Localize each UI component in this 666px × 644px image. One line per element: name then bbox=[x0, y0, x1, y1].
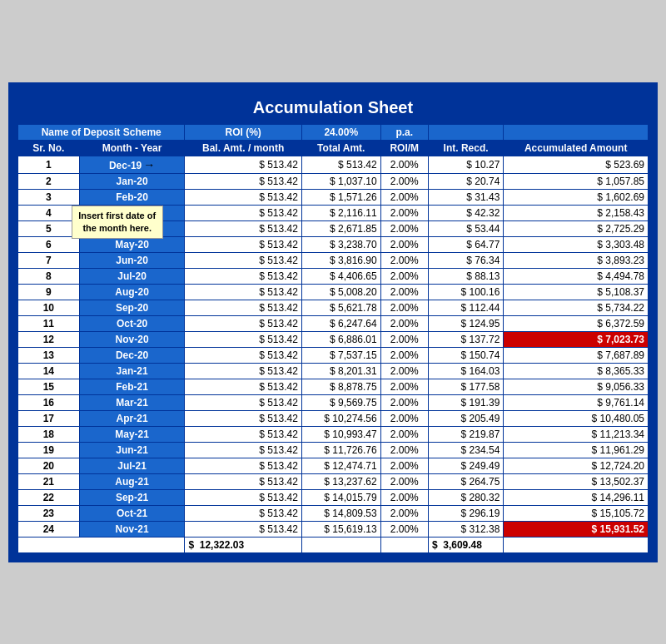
cell-roi: 2.00% bbox=[380, 220, 428, 236]
cell-roi: 2.00% bbox=[380, 394, 428, 410]
cell-total: $ 6,886.01 bbox=[301, 331, 380, 347]
cell-int: $ 150.74 bbox=[428, 347, 503, 363]
tooltip-box: Insert first date of the month here. bbox=[72, 206, 163, 240]
cell-roi: 2.00% bbox=[380, 300, 428, 315]
cell-roi: 2.00% bbox=[380, 347, 428, 363]
cell-total: $ 8,201.31 bbox=[301, 363, 380, 379]
scheme-label: Name of Deposit Scheme bbox=[18, 124, 185, 140]
cell-int: $ 31.43 bbox=[428, 189, 503, 205]
cell-acc: $ 3,303.48 bbox=[504, 236, 649, 252]
cell-roi: 2.00% bbox=[380, 442, 428, 458]
cell-month: Aug-21 bbox=[79, 473, 185, 489]
cell-sr: 11 bbox=[18, 315, 80, 331]
cell-roi: 2.00% bbox=[380, 189, 428, 205]
cell-roi: 2.00% bbox=[380, 505, 428, 521]
cell-bal: $ 513.42 bbox=[185, 489, 301, 505]
cell-total: $ 9,569.75 bbox=[301, 394, 380, 410]
sheet-container: Accumulation Sheet Name of Deposit Schem… bbox=[8, 82, 658, 562]
col-int: Int. Recd. bbox=[428, 140, 503, 156]
cell-total: $ 13,237.62 bbox=[301, 473, 380, 489]
cell-int: $ 164.03 bbox=[428, 363, 503, 379]
footer-int: $ 3,609.48 bbox=[428, 537, 503, 552]
cell-sr: 15 bbox=[18, 379, 80, 394]
cell-sr: 23 bbox=[18, 505, 80, 521]
cell-bal: $ 513.42 bbox=[185, 410, 301, 426]
cell-total: $ 4,406.65 bbox=[301, 268, 380, 284]
cell-acc: $ 7,023.73 bbox=[504, 331, 649, 347]
cell-sr: 19 bbox=[18, 442, 80, 458]
cell-month: Insert first date of the month here.Mar-… bbox=[79, 205, 185, 220]
table-row: 18May-21$ 513.42$ 10,993.472.00%$ 219.87… bbox=[18, 426, 649, 442]
cell-bal: $ 513.42 bbox=[185, 173, 301, 189]
cell-roi: 2.00% bbox=[380, 489, 428, 505]
cell-sr: 1 bbox=[18, 156, 80, 173]
table-row: 23Oct-21$ 513.42$ 14,809.532.00%$ 296.19… bbox=[18, 505, 649, 521]
col-sr: Sr. No. bbox=[18, 140, 80, 156]
table-row: 11Oct-20$ 513.42$ 6,247.642.00%$ 124.95$… bbox=[18, 315, 649, 331]
acc-label bbox=[428, 124, 503, 140]
cell-total: $ 8,878.75 bbox=[301, 379, 380, 394]
table-row: 7Jun-20$ 513.42$ 3,816.902.00%$ 76.34$ 3… bbox=[18, 252, 649, 268]
cell-acc: $ 2,725.29 bbox=[504, 220, 649, 236]
table-row: 9Aug-20$ 513.42$ 5,008.202.00%$ 100.16$ … bbox=[18, 284, 649, 300]
cell-bal: $ 513.42 bbox=[185, 521, 301, 537]
cell-acc: $ 12,724.20 bbox=[504, 458, 649, 473]
cell-roi: 2.00% bbox=[380, 410, 428, 426]
footer-empty1 bbox=[18, 537, 185, 552]
cell-acc: $ 523.69 bbox=[504, 156, 649, 173]
cell-sr: 13 bbox=[18, 347, 80, 363]
cell-bal: $ 513.42 bbox=[185, 363, 301, 379]
cell-sr: 7 bbox=[18, 252, 80, 268]
cell-total: $ 5,008.20 bbox=[301, 284, 380, 300]
cell-bal: $ 513.42 bbox=[185, 473, 301, 489]
cell-roi: 2.00% bbox=[380, 473, 428, 489]
cell-acc: $ 9,761.14 bbox=[504, 394, 649, 410]
cell-sr: 12 bbox=[18, 331, 80, 347]
cell-month: Nov-20 bbox=[79, 331, 185, 347]
cell-bal: $ 513.42 bbox=[185, 458, 301, 473]
cell-month: Sep-21 bbox=[79, 489, 185, 505]
cell-sr: 18 bbox=[18, 426, 80, 442]
cell-int: $ 137.72 bbox=[428, 331, 503, 347]
table-row: 17Apr-21$ 513.42$ 10,274.562.00%$ 205.49… bbox=[18, 410, 649, 426]
cell-total: $ 14,809.53 bbox=[301, 505, 380, 521]
cell-int: $ 249.49 bbox=[428, 458, 503, 473]
cell-int: $ 264.75 bbox=[428, 473, 503, 489]
roi-label: ROI (%) bbox=[185, 124, 301, 140]
cell-int: $ 205.49 bbox=[428, 410, 503, 426]
cell-acc: $ 6,372.59 bbox=[504, 315, 649, 331]
cell-bal: $ 513.42 bbox=[185, 284, 301, 300]
cell-sr: 10 bbox=[18, 300, 80, 315]
cell-bal: $ 513.42 bbox=[185, 236, 301, 252]
cell-acc: $ 15,931.52 bbox=[504, 521, 649, 537]
cell-bal: $ 513.42 bbox=[185, 505, 301, 521]
cell-bal: $ 513.42 bbox=[185, 205, 301, 220]
cell-sr: 3 bbox=[18, 189, 80, 205]
cell-roi: 2.00% bbox=[380, 458, 428, 473]
cell-sr: 17 bbox=[18, 410, 80, 426]
cell-int: $ 88.13 bbox=[428, 268, 503, 284]
cell-month: Oct-20 bbox=[79, 315, 185, 331]
cell-total: $ 14,015.79 bbox=[301, 489, 380, 505]
cell-month: Nov-21 bbox=[79, 521, 185, 537]
pa-label: p.a. bbox=[380, 124, 428, 140]
cell-month: Feb-20 bbox=[79, 189, 185, 205]
table-row: 2Jan-20$ 513.42$ 1,037.102.00%$ 20.74$ 1… bbox=[18, 173, 649, 189]
cell-int: $ 20.74 bbox=[428, 173, 503, 189]
cell-month: Jan-20 bbox=[79, 173, 185, 189]
cell-acc: $ 1,057.85 bbox=[504, 173, 649, 189]
cell-acc: $ 9,056.33 bbox=[504, 379, 649, 394]
cell-sr: 2 bbox=[18, 173, 80, 189]
cell-total: $ 7,537.15 bbox=[301, 347, 380, 363]
cell-acc: $ 5,734.22 bbox=[504, 300, 649, 315]
cell-roi: 2.00% bbox=[380, 284, 428, 300]
cell-sr: 21 bbox=[18, 473, 80, 489]
cell-total: $ 11,726.76 bbox=[301, 442, 380, 458]
table-row: 20Jul-21$ 513.42$ 12,474.712.00%$ 249.49… bbox=[18, 458, 649, 473]
cell-sr: 24 bbox=[18, 521, 80, 537]
cell-total: $ 513.42 bbox=[301, 156, 380, 173]
cell-int: $ 191.39 bbox=[428, 394, 503, 410]
cell-month: Jan-21 bbox=[79, 363, 185, 379]
cell-int: $ 219.87 bbox=[428, 426, 503, 442]
cell-month: Jul-20 bbox=[79, 268, 185, 284]
